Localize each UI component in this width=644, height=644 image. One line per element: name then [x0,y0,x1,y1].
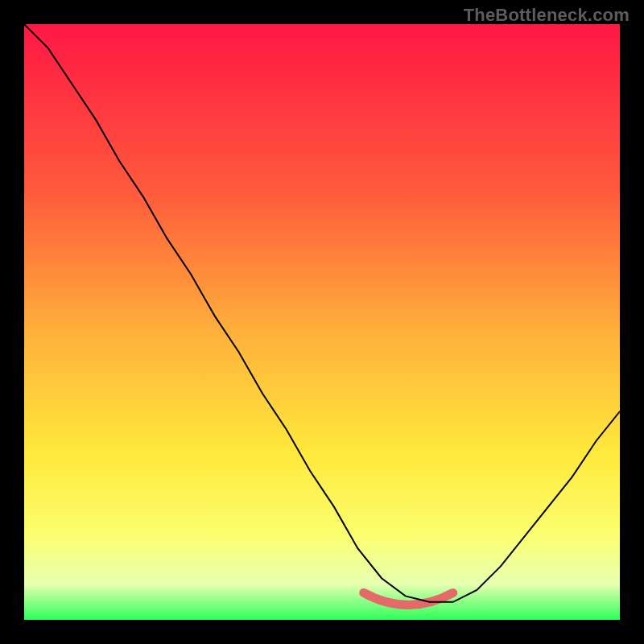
gradient-bg [24,24,620,620]
plot-area [24,24,620,620]
chart-frame: TheBottleneck.com [0,0,644,644]
watermark-text: TheBottleneck.com [464,5,630,26]
chart-svg [24,24,620,620]
